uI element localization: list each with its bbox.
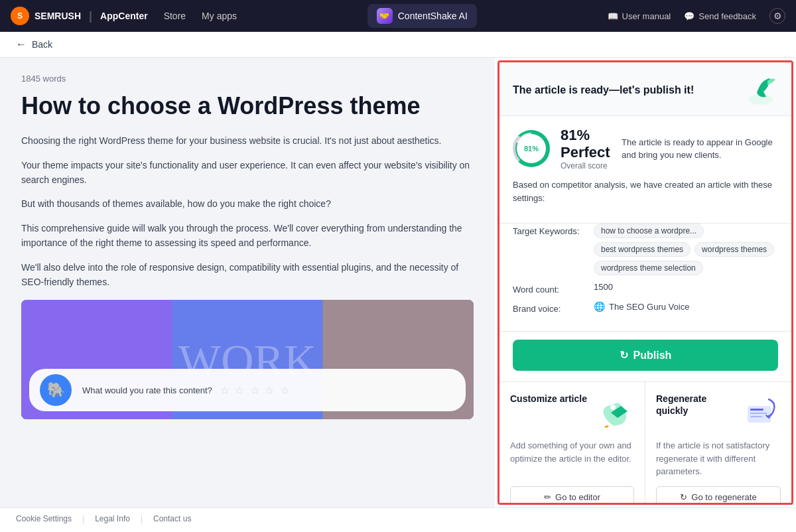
- footer-sep: |: [82, 514, 84, 523]
- customize-title: Customize article: [510, 393, 587, 405]
- article-body: Choosing the right WordPress theme for y…: [21, 133, 474, 289]
- regenerate-header: Regenerate quickly: [656, 393, 781, 432]
- word-count-row: Word count: 1500: [513, 282, 778, 295]
- analysis-text: Based on competitor analysis, we have cr…: [513, 178, 778, 204]
- ready-icon: [744, 73, 778, 107]
- customize-icon: [594, 393, 634, 432]
- score-row: 81% 81% Perfect Overall score The articl…: [513, 127, 778, 170]
- customize-header: Customize article: [510, 393, 634, 432]
- publish-label: Publish: [633, 350, 672, 362]
- keywords-wrap: how to choose a wordpre... best wordpres…: [594, 224, 778, 275]
- brand-voice-value: The SEO Guru Voice: [609, 302, 689, 312]
- score-circle: 81%: [513, 130, 550, 167]
- keywords-label: Target Keywords:: [513, 224, 586, 236]
- rating-prompt: What would you rate this content?: [82, 385, 212, 395]
- go-to-regenerate-label: Go to regenerate: [691, 492, 756, 502]
- customize-card: Customize article Add something of your …: [499, 382, 645, 505]
- regenerate-card: Regenerate quickly If the article is not…: [645, 382, 791, 505]
- publish-button[interactable]: ↻ Publish: [513, 340, 778, 371]
- settings-section: Target Keywords: how to choose a wordpre…: [499, 224, 791, 332]
- semrush-logo-icon: S: [11, 7, 29, 25]
- regenerate-icon: [741, 393, 781, 432]
- current-app[interactable]: 🤝 ContentShake AI: [367, 4, 477, 28]
- keyword-tag: wordpress themes: [695, 242, 774, 257]
- keywords-row: Target Keywords: how to choose a wordpre…: [513, 224, 778, 275]
- word-count-value: 1500: [594, 282, 613, 292]
- contact-us-link[interactable]: Contact us: [153, 514, 191, 523]
- svg-rect-6: [750, 416, 762, 417]
- mascot-icon: 🐘: [40, 374, 72, 406]
- go-to-regenerate-button[interactable]: ↻ Go to regenerate: [656, 486, 781, 505]
- score-sublabel: Overall score: [561, 161, 611, 170]
- keyword-tag: wordpress theme selection: [594, 261, 703, 275]
- score-label: Perfect: [561, 144, 610, 161]
- editor-icon: ✏: [544, 492, 551, 502]
- score-value-row: 81% Perfect: [561, 127, 611, 161]
- customize-desc: Add something of your own and optimize t…: [510, 439, 634, 478]
- user-manual-link[interactable]: 📖 User manual: [608, 11, 671, 21]
- regenerate-btn-icon: ↻: [680, 492, 687, 502]
- ready-title: The article is ready—let's publish it!: [513, 84, 694, 96]
- brand-voice-label: Brand voice:: [513, 301, 586, 314]
- go-to-editor-button[interactable]: ✏ Go to editor: [510, 486, 634, 505]
- publish-section: ↻ Publish: [499, 332, 791, 382]
- top-navigation: S SEMRUSH | AppCenter Store My apps 🤝 Co…: [0, 0, 796, 32]
- send-feedback-link[interactable]: 💬 Send feedback: [684, 11, 756, 21]
- article-title: How to choose a WordPress theme: [21, 92, 474, 120]
- legal-info-link[interactable]: Legal Info: [95, 514, 130, 523]
- action-cards: Customize article Add something of your …: [499, 382, 791, 505]
- svg-rect-4: [750, 409, 763, 411]
- star-rating[interactable]: ☆ ☆ ☆ ☆ ☆: [220, 384, 291, 397]
- regenerate-title: Regenerate quickly: [656, 393, 741, 417]
- keyword-tag: best wordpress themes: [594, 242, 691, 257]
- feedback-icon: 💬: [684, 11, 695, 21]
- score-perfect: 81%: [561, 127, 590, 143]
- article-paragraph: But with thousands of themes available, …: [21, 196, 474, 211]
- back-bar[interactable]: ← Back: [0, 32, 796, 58]
- nav-right-items: 📖 User manual 💬 Send feedback ⚙: [608, 8, 785, 24]
- globe-icon: 🌐: [594, 301, 605, 312]
- nav-divider: |: [89, 9, 92, 23]
- main-layout: 1845 words How to choose a WordPress the…: [0, 58, 796, 507]
- score-desc: The article is ready to appear in Google…: [622, 136, 778, 162]
- rating-bar: 🐘 What would you rate this content? ☆ ☆ …: [29, 369, 466, 411]
- article-paragraph: Choosing the right WordPress theme for y…: [21, 133, 474, 148]
- word-count: 1845 words: [21, 74, 474, 84]
- back-label: Back: [32, 39, 52, 50]
- brand-voice-row: Brand voice: 🌐 The SEO Guru Voice: [513, 301, 778, 314]
- ready-header: The article is ready—let's publish it!: [499, 62, 791, 116]
- footer-sep: |: [141, 514, 143, 523]
- right-panel: The article is ready—let's publish it! 8…: [498, 60, 793, 505]
- back-arrow-icon: ←: [16, 38, 27, 50]
- store-link[interactable]: Store: [164, 11, 186, 21]
- article-paragraph: We'll also delve into the role of respon…: [21, 260, 474, 290]
- keyword-tag: how to choose a wordpre...: [594, 224, 704, 238]
- svg-point-2: [610, 405, 616, 410]
- brand-voice: 🌐 The SEO Guru Voice: [594, 301, 689, 312]
- appcenter-text: AppCenter: [100, 11, 148, 21]
- go-to-editor-label: Go to editor: [555, 492, 600, 502]
- logo[interactable]: S SEMRUSH | AppCenter: [11, 7, 148, 25]
- svg-rect-5: [750, 413, 767, 414]
- semrush-text: SEMRUSH: [34, 11, 81, 21]
- score-percent: 81%: [524, 145, 539, 153]
- article-paragraph: This comprehensive guide will walk you t…: [21, 221, 474, 251]
- regenerate-desc: If the article is not satisfactory regen…: [656, 439, 781, 478]
- article-paragraph: Your theme impacts your site's functiona…: [21, 158, 474, 188]
- word-count-label: Word count:: [513, 282, 586, 295]
- settings-icon[interactable]: ⚙: [769, 8, 785, 24]
- article-image: 🐘 What would you rate this content? ☆ ☆ …: [21, 300, 474, 419]
- score-circle-inner: 81%: [517, 134, 546, 163]
- score-info: 81% Perfect Overall score: [561, 127, 611, 170]
- cookie-settings-link[interactable]: Cookie Settings: [16, 514, 72, 523]
- score-section: 81% 81% Perfect Overall score The articl…: [499, 116, 791, 224]
- image-overlay: 🐘 What would you rate this content? ☆ ☆ …: [21, 300, 474, 419]
- book-icon: 📖: [608, 11, 618, 21]
- svg-rect-3: [748, 406, 771, 423]
- footer: Cookie Settings | Legal Info | Contact u…: [0, 507, 796, 529]
- current-app-label: ContentShake AI: [398, 11, 468, 21]
- article-panel: 1845 words How to choose a WordPress the…: [0, 58, 495, 507]
- publish-icon: ↻: [620, 349, 628, 362]
- my-apps-link[interactable]: My apps: [202, 11, 237, 21]
- contentshake-icon: 🤝: [377, 8, 393, 24]
